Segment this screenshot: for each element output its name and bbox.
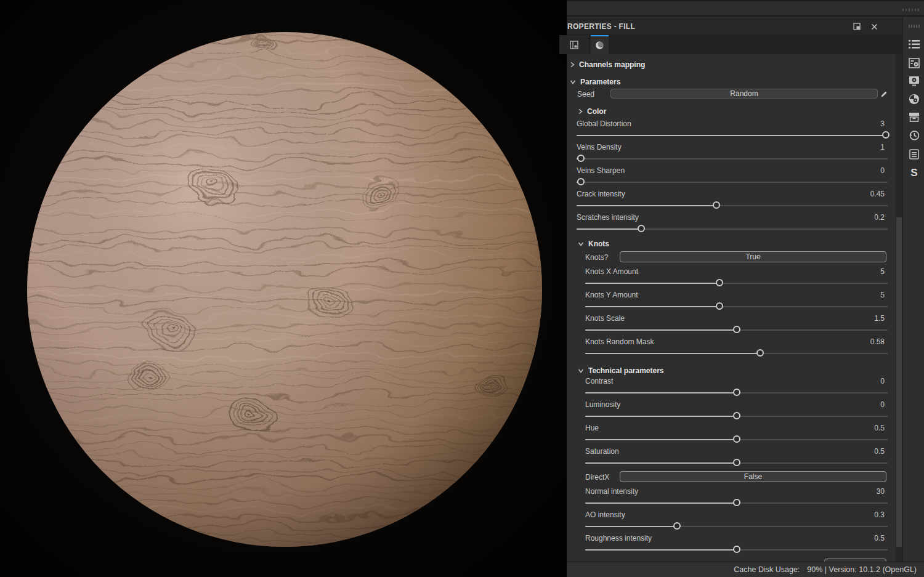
panel-top-band xyxy=(567,0,924,17)
dock-grip-icon[interactable] xyxy=(909,25,920,28)
param-label: Crack intensity xyxy=(577,190,625,198)
edit-pencil-icon[interactable] xyxy=(880,89,888,100)
param-value: 0.2 xyxy=(874,213,885,222)
param-row-knots-random-mask: Knots Random Mask 0.58 xyxy=(567,337,888,359)
param-slider[interactable] xyxy=(585,279,888,287)
slider-fill xyxy=(585,329,737,331)
substance-logo-icon[interactable]: S xyxy=(906,164,923,180)
slider-knob[interactable] xyxy=(733,389,740,396)
param-label: Hue xyxy=(585,424,599,432)
param-slider[interactable] xyxy=(577,225,888,233)
param-row-contrast: Contrast 0 xyxy=(567,376,888,398)
section-channels-mapping[interactable]: Channels mapping xyxy=(570,59,645,70)
3d-view-icon[interactable] xyxy=(906,91,923,107)
slider-knob[interactable] xyxy=(733,435,740,443)
slider-knob[interactable] xyxy=(756,349,764,357)
seed-random-button[interactable]: Random xyxy=(610,89,878,99)
param-row-luminosity: Luminosity 0 xyxy=(567,400,888,422)
param-label: Seed xyxy=(577,90,594,99)
param-value: 0 xyxy=(880,377,885,385)
section-color[interactable]: Color xyxy=(578,106,606,117)
param-label: Contrast xyxy=(585,377,613,385)
scrollbar-thumb[interactable] xyxy=(896,217,902,547)
param-value: 0.58 xyxy=(870,337,885,346)
param-slider[interactable] xyxy=(585,326,888,334)
3d-viewport[interactable] xyxy=(0,0,567,577)
slider-knob[interactable] xyxy=(733,326,740,333)
slider-fill xyxy=(585,502,737,504)
knots-toggle-button[interactable]: True xyxy=(620,251,886,262)
status-bar: Cache Disk Usage: 90% | Version: 10.1.2 … xyxy=(567,562,924,577)
close-panel-icon[interactable] xyxy=(869,21,880,32)
param-slider[interactable] xyxy=(585,522,888,530)
slider-knob[interactable] xyxy=(733,459,740,466)
chevron-right-icon xyxy=(578,108,583,115)
history-icon[interactable] xyxy=(906,127,923,143)
tab-sphere-preview[interactable] xyxy=(591,35,609,54)
slider-fill xyxy=(577,135,886,136)
dock-grip-icon[interactable] xyxy=(902,9,919,11)
param-slider[interactable] xyxy=(585,546,888,554)
slider-knob[interactable] xyxy=(716,279,723,286)
param-label: Scratches intensity xyxy=(577,213,639,222)
slider-knob[interactable] xyxy=(733,546,740,553)
param-value: 0.5 xyxy=(874,534,885,543)
slider-knob[interactable] xyxy=(673,522,681,530)
wood-material-sphere[interactable] xyxy=(0,0,567,577)
panel-tabbar xyxy=(567,35,902,54)
slider-knob[interactable] xyxy=(733,412,740,419)
slider-knob[interactable] xyxy=(716,302,723,310)
param-slider[interactable] xyxy=(577,131,888,139)
slider-knob[interactable] xyxy=(577,178,585,185)
2d-view-icon[interactable] xyxy=(906,73,923,89)
slider-fill xyxy=(585,306,719,307)
param-slider[interactable] xyxy=(585,349,888,357)
param-slider[interactable] xyxy=(585,302,888,310)
param-label: Saturation xyxy=(585,447,619,456)
param-value: 5 xyxy=(880,291,885,299)
slider-fill xyxy=(585,353,760,354)
slider-knob[interactable] xyxy=(882,131,890,139)
param-slider[interactable] xyxy=(577,201,888,209)
slider-knob[interactable] xyxy=(733,499,740,506)
section-title: Color xyxy=(587,107,606,116)
slider-knob[interactable] xyxy=(713,201,720,209)
param-slider[interactable] xyxy=(585,412,888,420)
log-icon[interactable] xyxy=(906,146,923,162)
param-slider[interactable] xyxy=(577,178,888,186)
slider-knob[interactable] xyxy=(638,225,645,232)
slider-fill xyxy=(585,526,677,527)
section-parameters[interactable]: Parameters xyxy=(570,76,620,87)
param-slider[interactable] xyxy=(577,155,888,163)
param-label: Luminosity xyxy=(585,400,620,409)
svg-text:S: S xyxy=(910,167,917,178)
slider-fill xyxy=(585,392,737,393)
properties-panel: ROPERTIES - FILL xyxy=(567,0,924,577)
outputs-list-icon[interactable] xyxy=(906,36,923,52)
version-text: 90% | Version: 10.1.2 (OpenGL) xyxy=(807,565,917,574)
section-knots[interactable]: Knots xyxy=(578,238,609,249)
param-slider[interactable] xyxy=(585,459,888,467)
param-row-saturation: Saturation 0.5 xyxy=(567,446,888,469)
float-panel-icon[interactable] xyxy=(851,21,862,32)
parameters-scroll-area: Channels mapping Parameters Seed Random … xyxy=(567,54,902,562)
slider-knob[interactable] xyxy=(577,155,585,162)
param-slider[interactable] xyxy=(585,435,888,443)
library-icon[interactable] xyxy=(906,109,923,125)
param-value: 0.45 xyxy=(870,190,885,198)
param-label: Roughness intensity xyxy=(585,534,652,543)
panel-title: ROPERTIES - FILL xyxy=(567,22,635,31)
graph-settings-icon[interactable] xyxy=(906,55,923,71)
param-value: 5 xyxy=(880,267,885,276)
param-row-veins-sharpen: Veins Sharpen 0 xyxy=(567,166,888,188)
param-value: 0.5 xyxy=(874,447,885,456)
section-technical-parameters[interactable]: Technical parameters xyxy=(578,365,664,376)
param-slider[interactable] xyxy=(585,389,888,397)
param-slider[interactable] xyxy=(585,499,888,507)
param-row-directx-toggle: DirectX False xyxy=(567,471,888,484)
tab-node-properties[interactable] xyxy=(559,35,590,54)
param-label: Normal intensity xyxy=(585,487,638,496)
param-row-knots-y-amount: Knots Y Amount 5 xyxy=(567,290,888,312)
application-window: ROPERTIES - FILL xyxy=(0,0,924,577)
directx-toggle-button[interactable]: False xyxy=(620,471,886,482)
